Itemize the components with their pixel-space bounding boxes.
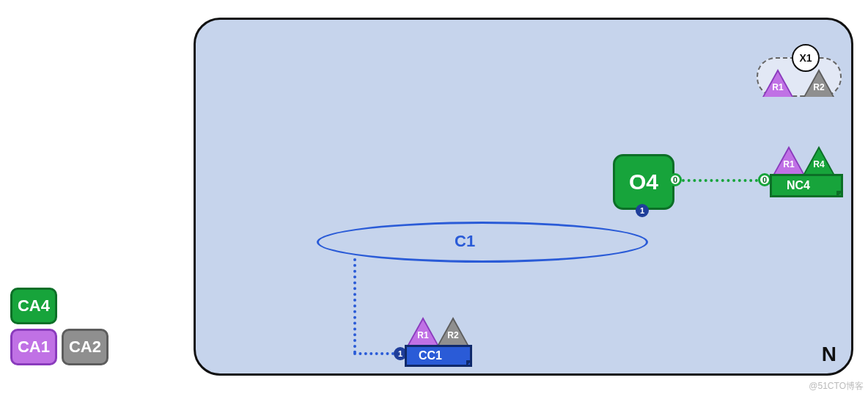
node-cc1: CC1	[405, 345, 472, 367]
x1-tri-r2: R2	[805, 72, 833, 97]
container-n-label: N	[822, 343, 836, 366]
ellipse-c1	[317, 222, 648, 263]
container-n: N	[194, 18, 853, 376]
cc1-tri-r1: R1	[409, 320, 437, 345]
node-ca1: CA1	[10, 329, 57, 365]
o4-port-right: 0	[669, 173, 682, 186]
ca2-label: CA2	[69, 338, 101, 357]
cc1-tri-r2: R2	[439, 320, 467, 345]
cc1-fold-icon	[466, 360, 472, 366]
x1-tri-r1-label: R1	[769, 82, 787, 92]
watermark: @51CTO博客	[809, 380, 864, 393]
nc4-tri-r1: R1	[775, 149, 803, 174]
nc4-fold-icon	[836, 191, 843, 197]
o4-label: O4	[629, 169, 658, 194]
nc4-tri-r4: R4	[805, 149, 833, 174]
edge-c1-cc1-v	[353, 258, 356, 354]
node-ca2: CA2	[62, 329, 108, 365]
edge-o4-nc4	[682, 179, 758, 182]
node-o4: O4	[613, 154, 674, 210]
ca4-label: CA4	[18, 296, 50, 315]
ca1-label: CA1	[18, 338, 50, 357]
x1-circle: X1	[792, 44, 820, 72]
nc4-tri-r4-label: R4	[810, 159, 828, 169]
cc1-tri-r1-label: R1	[414, 330, 432, 340]
cc1-tri-r2-label: R2	[444, 330, 462, 340]
node-nc4: NC4	[770, 174, 843, 197]
o4-port-bottom: 1	[636, 204, 649, 217]
x1-tri-r2-label: R2	[810, 82, 828, 92]
cc1-label: CC1	[419, 349, 442, 362]
x1-tri-r1: R1	[764, 72, 792, 97]
node-ca4: CA4	[10, 288, 57, 324]
ellipse-c1-label: C1	[455, 232, 475, 251]
nc4-tri-r1-label: R1	[780, 159, 798, 169]
nc4-label: NC4	[787, 179, 810, 192]
edge-c1-cc1-h	[353, 352, 394, 355]
x1-label: X1	[799, 52, 812, 64]
diagram-stage: { "container": { "label": "N" }, "ellips…	[0, 0, 868, 394]
